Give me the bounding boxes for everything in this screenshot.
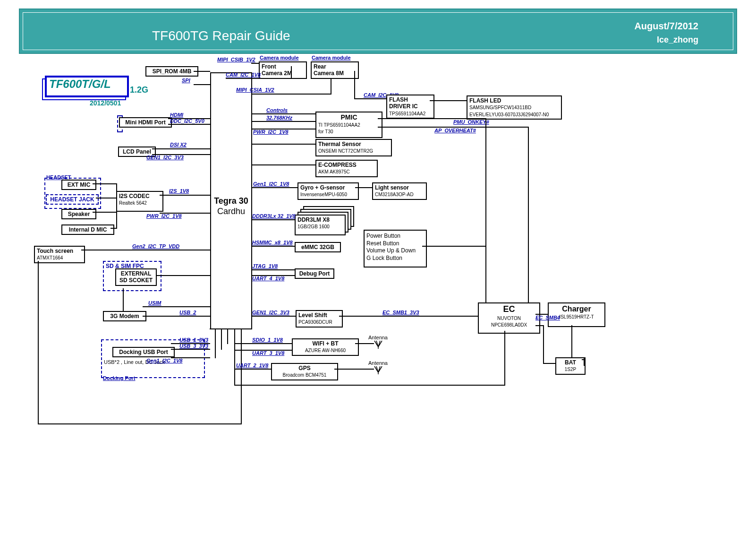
sig-cam-i2c: CAM_I2C_1V8 [226, 72, 261, 78]
sig-sdio1: SDIO_1_1V8 [252, 337, 283, 343]
modem-block: 3G Modem [103, 311, 146, 321]
bat-title: BAT [565, 359, 576, 366]
dock-port-label: Docking Port [103, 375, 135, 381]
sig-apover: AP_OVERHEAT# [434, 128, 476, 133]
flash-led-block: FLASH LED SAMSUNG/SPFCW14311BD EVERL/ELY… [467, 95, 562, 120]
wifi-sub: AZURE AW-NH660 [305, 348, 346, 353]
charger-sub: ISL9519HRTZ-T [559, 314, 594, 319]
sig-mipi-csib: MIPI_CSIB_1V2 [217, 57, 255, 62]
touch-block: Touch screen ATMXT1664 [34, 246, 85, 263]
flash-driver-block: FLASH DRIVER IC TPS6591104AA2 [386, 95, 434, 119]
codec-title: I2S CODEC [119, 193, 150, 199]
mini-hdmi-block: Mini HDMI Port [119, 117, 172, 128]
antenna-icon [374, 366, 382, 374]
sig-spi: SPI [182, 78, 190, 83]
speaker-block: Speaker [61, 209, 96, 219]
flash-led-sub1: SAMSUNG/SPFCW14311BD [469, 105, 531, 110]
sig-usim: USIM [148, 300, 161, 306]
bat-block: BAT 1S2P [555, 357, 586, 375]
bat-sub: 1S2P [565, 367, 576, 372]
buttons-box [364, 230, 427, 268]
ext-sd-block: EXTERNAL SD SCOKET [115, 268, 157, 286]
sig-gen1-g: Gen1_I2C_1V8 [253, 181, 289, 187]
sig-uart3: UART_3_1V8 [252, 350, 284, 356]
sig-jtag: JTAG_1V8 [252, 263, 278, 269]
sig-ec-smb4: EC_SMB4 [535, 315, 560, 320]
ddr-sub: 1GB/2GB 1600 [297, 224, 330, 229]
cam-rear-block: Rear Camera 8M [311, 61, 359, 79]
thermal-title: Thermal Sensor [318, 141, 361, 147]
ecompress-block: E-COMPRESS AKM AK8975C [315, 160, 378, 177]
pmic-sub: TI TPS6591104AA2 for T30 [318, 122, 360, 134]
gps-sub: Broadcom BCM4751 [283, 372, 327, 378]
sig-controls: Controls [266, 107, 288, 113]
model-name: TF600T/G/L [49, 78, 111, 91]
pmic-title: PMIC [341, 113, 357, 121]
sig-gen1-1v8: Gen1_I2C_1V8 [146, 358, 182, 363]
sig-khz: 32.768KHz [266, 115, 292, 121]
ddr-block: DDR3LM X8 1GB/2GB 1600 [295, 215, 346, 235]
wifi-bt-block: WIFI + BT AZURE AW-NH660 [292, 338, 359, 356]
model-freq: 1.2G [130, 85, 148, 95]
lvl-sub: PCA9306DCUR [298, 319, 332, 325]
ec-block: EC NUVOTON NPCE698LA0DX [478, 302, 540, 334]
cam-rear-link: Camera module [312, 55, 351, 60]
diagram-stage: TF600T/G/L 1.2G 2012/0501 Tegra 30 Cardh… [0, 57, 756, 535]
sig-mipi-csia: MIPI_CSIA_1V2 [236, 87, 274, 93]
ec-title: EC [503, 304, 515, 314]
cam-front-block: Front Camera 2M [259, 61, 307, 79]
gyro-title: Gyro + G-sensor [300, 184, 345, 191]
sig-gen1-3v3b: GEN1_I2C_3V3 [252, 310, 289, 315]
sig-usb1: USB_1_3V3 [179, 337, 208, 343]
ecomp-sub: AKM AK8975C [318, 169, 350, 174]
sig-i2s: I2S_1V8 [169, 188, 189, 194]
codec-sub: Realtek 5642 [119, 200, 147, 206]
gyro-block: Gyro + G-sensor InvensenseMPU-6050 [297, 182, 359, 200]
light-title: Light sensor [375, 184, 409, 191]
ec-sub1: NUVOTON [497, 316, 521, 321]
touch-title: Touch screen [37, 248, 73, 254]
sig-pwr-i2c2: PWR_I2C_1V8 [253, 129, 289, 135]
gps-block: GPS Broadcom BCM4751 [271, 363, 338, 380]
cam-front-link: Camera module [260, 55, 299, 60]
light-sub: CM3218A3OP-AD [375, 192, 414, 197]
gyro-sub: InvensenseMPU-6050 [300, 192, 347, 197]
dock-usb-block: Docking USB Port [112, 347, 175, 357]
pmic-block: PMIC TI TPS6591104AA2 for T30 [315, 112, 382, 138]
spi-rom-block: SPI_ROM 4MB [145, 66, 198, 77]
flash-drv-title: FLASH DRIVER IC [389, 96, 418, 110]
sig-hdmi: HDMI [170, 112, 183, 118]
touch-sub: ATMXT1664 [37, 255, 63, 260]
ddr-title: DDR3LM X8 [297, 216, 330, 223]
codec-block: I2S CODEC Realtek 5642 [116, 191, 163, 212]
sig-ec-smb1: EC_SMB1_3V3 [382, 310, 419, 315]
sig-hsmmc: HSMMC_x8_1V8 [252, 240, 293, 245]
lvl-title: Level Shift [298, 312, 327, 319]
sig-gen2-tp: Gen2_I2C_TP_VDD [132, 243, 179, 249]
header-bar: TF600TG Repair Guide August/7/2012 Ice_z… [19, 9, 737, 54]
charger-title: Charger [562, 305, 591, 313]
sig-pmu: PMU_ONKEY# [453, 119, 489, 125]
int-dmic-block: Internal D MIC [61, 224, 114, 235]
sig-gen1-3v3: GEN1_I2C_3V3 [146, 155, 184, 160]
header-inner-border [23, 12, 733, 50]
light-block: Light sensor CM3218A3OP-AD [372, 182, 427, 200]
ext-mic-block: EXT MIC [61, 180, 96, 190]
sig-ddr: DDDR3Lx 32_1V8 [252, 213, 296, 219]
sig-usb3: USB_3_3V3 [179, 343, 208, 349]
sig-dsi: DSI X2 [170, 142, 187, 147]
gps-title: GPS [298, 365, 310, 371]
thermal-sub: ONSEMI NCT72CMTR2G [318, 148, 373, 154]
wifi-title: WIFI + BT [313, 340, 339, 347]
antenna2: Antenna [368, 360, 388, 366]
flash-led-sub2: EVERL/ELYU03-6070J3J6294007-N0 [469, 112, 549, 117]
sig-uart4: UART_4_1V8 [252, 276, 284, 281]
lvlshift-block: Level Shift PCA9306DCUR [296, 310, 343, 328]
ec-sub2: NPCE698LA0DX [491, 322, 527, 328]
header-date: August/7/2012 [634, 21, 698, 32]
page-title: TF600TG Repair Guide [152, 28, 290, 43]
flash-led-title: FLASH LED [469, 97, 501, 104]
flash-drv-sub: TPS6591104AA2 [389, 111, 425, 116]
sig-ddc: DDC_I2C_5V0 [170, 118, 204, 124]
sig-pwr-i2c: PWR_I2C_1V8 [146, 213, 182, 219]
